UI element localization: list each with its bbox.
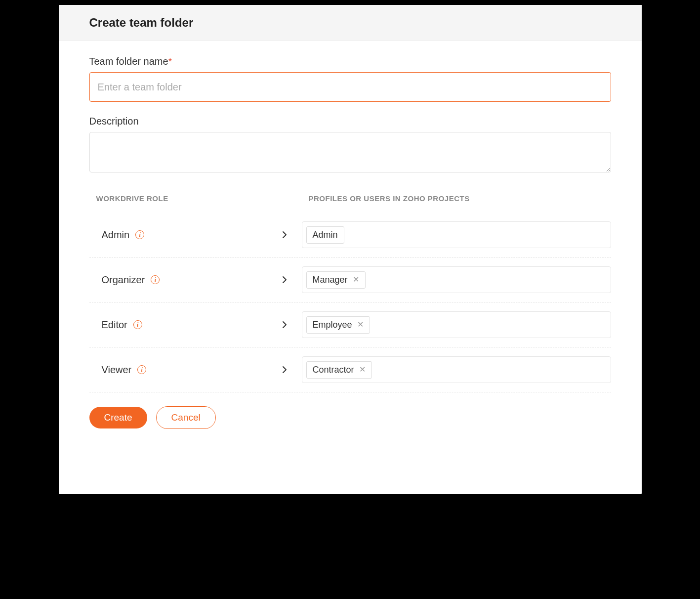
- chevron-right-icon: [282, 321, 287, 329]
- tag-label: Employee: [313, 320, 352, 330]
- info-icon[interactable]: i: [135, 230, 144, 239]
- profiles-tag-input[interactable]: Manager✕: [302, 266, 611, 293]
- role-left-cell: Organizeri: [89, 274, 302, 286]
- role-name: Viewer: [102, 364, 132, 376]
- close-icon[interactable]: ✕: [357, 321, 364, 329]
- folder-name-input[interactable]: [89, 72, 611, 102]
- profiles-tag-input[interactable]: Admin: [302, 221, 611, 248]
- description-field: Description: [89, 116, 611, 174]
- role-left-cell: Editori: [89, 319, 302, 331]
- close-icon[interactable]: ✕: [353, 276, 359, 284]
- role-left-cell: Vieweri: [89, 364, 302, 376]
- cancel-button[interactable]: Cancel: [156, 406, 216, 429]
- workdrive-role-header: WORKDRIVE ROLE: [89, 194, 302, 203]
- folder-name-label: Team folder name*: [89, 56, 611, 67]
- info-icon[interactable]: i: [137, 365, 146, 374]
- role-row: OrganizeriManager✕: [89, 257, 611, 302]
- close-icon[interactable]: ✕: [359, 366, 366, 374]
- role-headers: WORKDRIVE ROLE PROFILES OR USERS IN ZOHO…: [89, 194, 611, 203]
- tag-label: Contractor: [313, 365, 354, 375]
- chevron-right-icon: [282, 276, 287, 284]
- create-team-folder-modal: Create team folder Team folder name* Des…: [59, 5, 642, 494]
- profiles-header: PROFILES OR USERS IN ZOHO PROJECTS: [302, 194, 611, 203]
- role-name: Editor: [102, 319, 127, 331]
- info-icon[interactable]: i: [133, 320, 142, 329]
- modal-footer: Create Cancel: [59, 392, 642, 429]
- chevron-right-icon: [282, 366, 287, 374]
- required-asterisk: *: [168, 56, 172, 67]
- role-mapping-section: WORKDRIVE ROLE PROFILES OR USERS IN ZOHO…: [89, 194, 611, 392]
- role-row: AdminiAdmin: [89, 213, 611, 257]
- role-name: Organizer: [102, 274, 145, 286]
- create-button[interactable]: Create: [89, 407, 147, 428]
- role-left-cell: Admini: [89, 229, 302, 241]
- description-label: Description: [89, 116, 611, 127]
- tag-label: Manager: [313, 275, 348, 285]
- tag-label: Admin: [313, 230, 338, 240]
- profile-tag: Manager✕: [306, 271, 366, 289]
- role-name: Admin: [102, 229, 130, 241]
- profiles-tag-input[interactable]: Employee✕: [302, 311, 611, 338]
- role-row: EditoriEmployee✕: [89, 302, 611, 347]
- profile-tag: Contractor✕: [306, 361, 372, 379]
- modal-body: Team folder name* Description WORKDRIVE …: [59, 41, 642, 392]
- role-rows-container: AdminiAdminOrganizeriManager✕EditoriEmpl…: [89, 213, 611, 392]
- info-icon[interactable]: i: [151, 275, 160, 284]
- description-input[interactable]: [89, 132, 611, 172]
- modal-title: Create team folder: [89, 16, 611, 30]
- profiles-tag-input[interactable]: Contractor✕: [302, 356, 611, 383]
- profile-tag: Admin: [306, 226, 344, 244]
- folder-name-field: Team folder name*: [89, 56, 611, 102]
- chevron-right-icon: [282, 231, 287, 239]
- modal-header: Create team folder: [59, 5, 642, 41]
- profile-tag: Employee✕: [306, 316, 370, 334]
- role-row: VieweriContractor✕: [89, 347, 611, 392]
